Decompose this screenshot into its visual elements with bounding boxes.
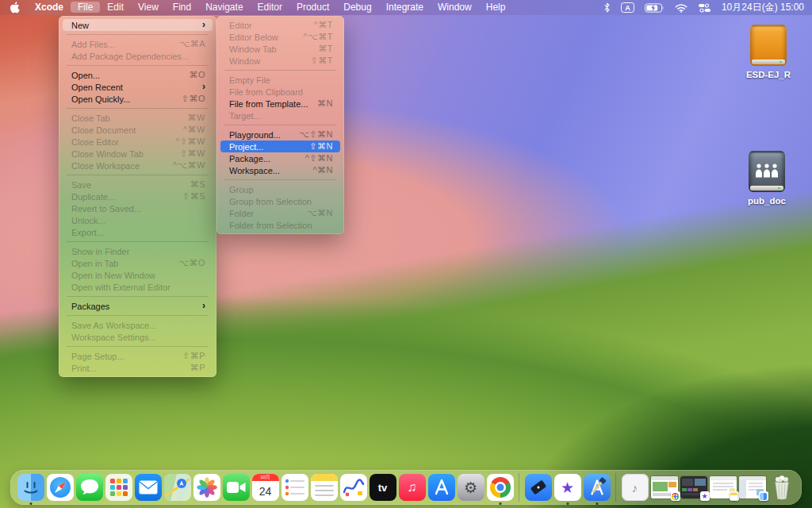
dock-item-photos[interactable] xyxy=(193,474,220,501)
bluetooth-icon[interactable] xyxy=(603,2,611,13)
menubar-item-product[interactable]: Product xyxy=(289,2,336,13)
menu-item-duplicate: Duplicate...⇧⌘S xyxy=(63,190,213,202)
menu-item-export: Export... xyxy=(63,226,213,238)
menu-item-shortcut: ⌘W xyxy=(188,113,205,123)
trash-basket-icon xyxy=(771,475,793,500)
dock-item-launchpad[interactable] xyxy=(105,474,132,501)
battery-icon[interactable] xyxy=(645,3,665,13)
dock: 10月24tv♫⚙★♪★ xyxy=(10,470,802,505)
clock[interactable]: 10月24日(金) 15:00 xyxy=(722,1,804,14)
menu-item-label: Group xyxy=(229,185,254,194)
menubar-item-debug[interactable]: Debug xyxy=(336,2,378,13)
dock-item-reminders[interactable] xyxy=(282,474,308,501)
dock-item-trash[interactable] xyxy=(768,474,795,501)
dock-item-minimized-imovie-window[interactable]: ★ xyxy=(680,476,707,498)
menu-item-shortcut: ^⇧⌘N xyxy=(305,153,333,164)
menubar-item-view[interactable]: View xyxy=(131,2,166,13)
dock-item-system-settings[interactable]: ⚙ xyxy=(458,474,485,501)
menu-item-playground[interactable]: Playground...⌥⇧⌘N xyxy=(220,129,340,140)
menu-item-close-window-tab: Close Window Tab⇧⌘W xyxy=(63,148,213,160)
dock-item-imovie[interactable]: ★ xyxy=(554,474,581,501)
control-center-icon[interactable] xyxy=(698,3,711,13)
menu-item-open-with-external-editor: Open with External Editor xyxy=(63,281,213,293)
wifi-icon[interactable] xyxy=(675,3,688,13)
menu-item-label: Editor Below xyxy=(229,33,278,42)
tv-logo: tv xyxy=(378,482,388,494)
menu-item-shortcut: ^⌘T xyxy=(314,20,333,30)
menu-item-workspace[interactable]: Workspace...^⌘N xyxy=(220,164,340,176)
menu-item-shortcut: ⌘N xyxy=(317,98,333,109)
menu-item-label: Workspace... xyxy=(229,166,280,175)
menu-item-editor-below: Editor Below^⌥⌘T xyxy=(220,31,340,43)
menu-item-open[interactable]: Open...⌘O xyxy=(63,69,213,81)
menu-bar-status: A 10月24日(金) 15:0 xyxy=(603,0,812,15)
apple-menu-icon[interactable] xyxy=(0,0,28,15)
menu-item-shortcut: ⌥⌘A xyxy=(179,39,205,49)
dock-item-mail[interactable] xyxy=(135,474,162,501)
calendar-month: 10月 xyxy=(252,474,279,481)
dock-item-google-chrome[interactable] xyxy=(487,474,514,501)
menu-item-add-package-dependencies: Add Package Dependencies... xyxy=(63,50,213,62)
menubar-item-navigate[interactable]: Navigate xyxy=(198,2,250,13)
dock-item-music[interactable]: ♫ xyxy=(399,474,426,501)
menu-item-shortcut: ⌥⌘O xyxy=(178,258,205,268)
menubar-item-xcode[interactable]: Xcode xyxy=(28,2,71,13)
speech-bubble-icon xyxy=(79,478,100,497)
reminders-list-icon xyxy=(285,478,305,497)
menu-item-label: Target... xyxy=(229,111,261,121)
menu-item-label: Add Package Dependencies... xyxy=(71,52,189,61)
dock-item-facetime[interactable] xyxy=(223,474,250,501)
dock-item-messages[interactable] xyxy=(76,474,103,501)
menu-item-packages[interactable]: Packages› xyxy=(63,300,213,312)
dock-item-safari[interactable] xyxy=(47,474,74,501)
menubar-item-window[interactable]: Window xyxy=(431,2,479,13)
dock-item-minimized-finder-window[interactable] xyxy=(739,476,766,498)
menu-item-shortcut: ^⇧⌘W xyxy=(175,137,205,147)
dock-item-freeform[interactable] xyxy=(340,474,367,501)
dock-item-xcode[interactable] xyxy=(584,474,611,501)
video-camera-icon xyxy=(226,480,247,495)
menu-item-open-recent[interactable]: Open Recent› xyxy=(63,81,213,93)
menu-item-new[interactable]: New› xyxy=(63,19,213,31)
menu-item-close-tab: Close Tab⌘W xyxy=(63,112,213,124)
dock-item-finder[interactable] xyxy=(17,474,44,501)
desktop-icon-esd-ej-r[interactable]: ESD-EJ_R xyxy=(742,25,795,79)
menubar-item-editor[interactable]: Editor xyxy=(251,2,289,13)
dock-item-testflight[interactable] xyxy=(525,474,552,501)
menu-item-shortcut: ⌘O xyxy=(189,70,205,80)
people-glyph-icon xyxy=(753,163,780,180)
menubar-item-edit[interactable]: Edit xyxy=(100,2,131,13)
app-grid-icon xyxy=(109,478,128,497)
dock-item-calendar[interactable]: 10月24 xyxy=(252,474,279,501)
menu-item-open-quickly[interactable]: Open Quickly...⇧⌘O xyxy=(63,93,213,105)
dock-item-minimized-chrome-window[interactable] xyxy=(651,476,678,498)
dock-item-apple-tv[interactable]: tv xyxy=(370,474,396,501)
file-menu: New›Add Files...⌥⌘AAdd Package Dependenc… xyxy=(59,16,216,377)
menu-item-label: Duplicate... xyxy=(71,192,115,202)
menu-item-label: Open Recent xyxy=(71,83,123,92)
dock-item-app-store[interactable] xyxy=(428,474,455,501)
calendar-day: 24 xyxy=(259,481,272,501)
menu-item-label: Project... xyxy=(229,142,263,152)
menu-item-label: Save xyxy=(71,180,91,190)
menu-item-file-from-template[interactable]: File from Template...⌘N xyxy=(220,98,340,110)
menubar-item-find[interactable]: Find xyxy=(166,2,198,13)
dock-item-music-file-stack[interactable]: ♪ xyxy=(622,474,649,501)
menu-separator xyxy=(67,175,209,175)
dock-item-minimized-notes-window[interactable] xyxy=(710,476,737,498)
input-source-indicator[interactable]: A xyxy=(621,2,634,13)
menu-item-save-as-workspace: Save As Workspace... xyxy=(63,319,213,331)
menubar-item-integrate[interactable]: Integrate xyxy=(379,2,431,13)
dock-item-maps[interactable] xyxy=(164,474,191,501)
dock-item-notes[interactable] xyxy=(311,474,338,501)
menu-item-package[interactable]: Package...^⇧⌘N xyxy=(220,152,340,164)
menubar-item-help[interactable]: Help xyxy=(479,2,513,13)
menu-item-add-files: Add Files...⌥⌘A xyxy=(63,38,213,50)
menu-item-editor: Editor^⌘T xyxy=(220,19,340,31)
menu-item-project[interactable]: Project...⇧⌘N xyxy=(220,140,340,152)
menu-item-shortcut: ⇧⌘O xyxy=(182,94,205,104)
menubar-item-file[interactable]: File xyxy=(71,2,100,13)
menu-item-shortcut: ^⌥⌘T xyxy=(303,32,333,42)
desktop-icon-pub-doc[interactable]: pub_doc xyxy=(741,151,793,206)
menu-item-label: Show in Finder xyxy=(71,247,129,256)
